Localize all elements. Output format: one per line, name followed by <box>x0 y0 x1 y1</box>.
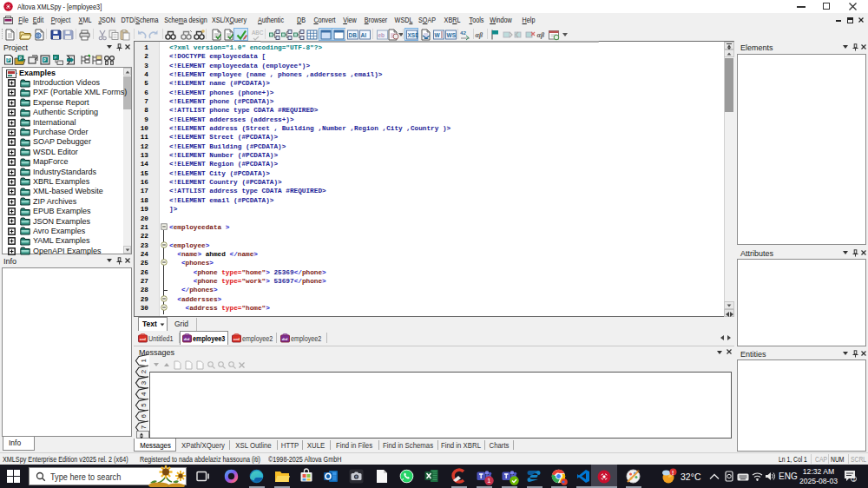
svg-text:αβ: αβ <box>476 31 483 39</box>
svg-text:P: P <box>43 58 46 63</box>
svg-text:1: 1 <box>487 477 490 485</box>
svg-text:1: 1 <box>140 359 148 363</box>
svg-text:xml: xml <box>233 337 240 341</box>
svg-text:P: P <box>7 58 10 63</box>
svg-text:W: W <box>435 32 441 38</box>
svg-text:6: 6 <box>140 414 148 419</box>
svg-text:P: P <box>55 56 57 60</box>
svg-text:αβ: αβ <box>537 31 545 39</box>
svg-text:5: 5 <box>140 403 148 407</box>
svg-text:xml: xml <box>140 337 146 341</box>
svg-text:1: 1 <box>852 477 855 482</box>
svg-text:!: ! <box>672 470 674 476</box>
svg-text:AI: AI <box>361 32 367 38</box>
svg-text:dtd: dtd <box>282 337 288 341</box>
svg-text:XSD: XSD <box>408 32 419 38</box>
svg-text:WS: WS <box>447 32 457 38</box>
svg-text:eb: eb <box>378 32 385 38</box>
svg-text:7: 7 <box>140 425 148 429</box>
svg-text:42: 42 <box>460 30 467 36</box>
svg-text:3: 3 <box>140 380 148 385</box>
svg-text:ABC: ABC <box>252 30 264 36</box>
svg-text:dtd: dtd <box>184 337 190 341</box>
svg-text:DB: DB <box>349 32 358 38</box>
svg-text:2: 2 <box>140 369 148 373</box>
svg-text:P: P <box>19 56 22 61</box>
svg-text:4: 4 <box>140 392 148 396</box>
